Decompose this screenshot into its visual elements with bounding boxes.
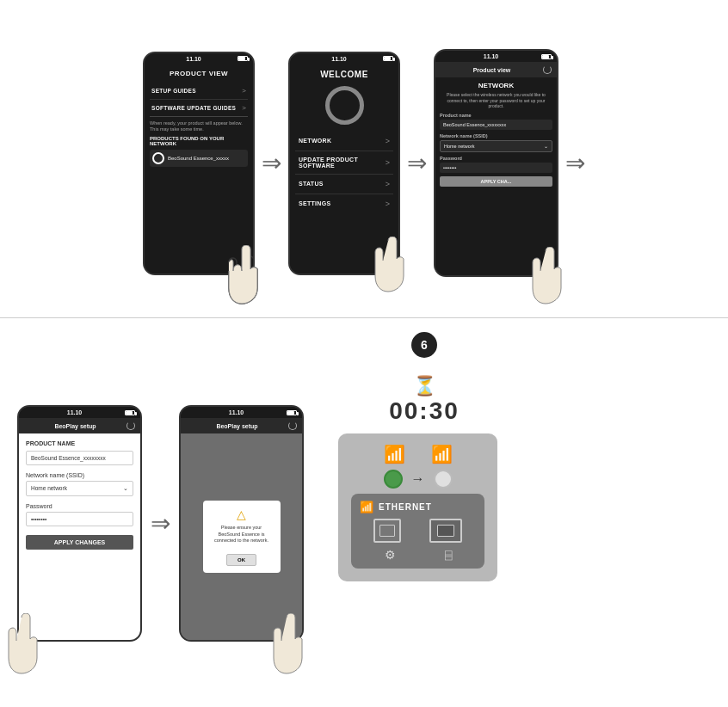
modal-ok-button[interactable]: OK: [226, 554, 256, 566]
screen1-menu-software[interactable]: SOFTWARE UPDATE GUIDES >: [150, 100, 248, 117]
hand-icon-3: [530, 247, 577, 307]
arrow-3: ⇒: [565, 149, 585, 177]
screen4-content: PRODUCT NAME BeoSound Essence_xxxxxxxx N…: [19, 433, 140, 640]
screen2-network-label: NETWORK: [299, 138, 331, 144]
screen1-product-name: BeoSound Essence_xxxxx: [168, 156, 229, 161]
status-bar-1: 11.10: [145, 53, 253, 65]
screen3-network-label: Network name (SSID): [440, 133, 552, 138]
inner-square-icon: [379, 525, 395, 537]
screen2-status-label: STATUS: [299, 181, 324, 187]
screen2-network-arrow: >: [386, 137, 390, 145]
status-bar-2: 11.10: [290, 53, 398, 65]
screen4-password-label: Password: [26, 503, 133, 509]
product-ring-icon: [325, 86, 364, 125]
ethernet-wifi-icon: 📶: [360, 501, 373, 513]
screen4-password-field[interactable]: ••••••••: [26, 512, 133, 526]
screen2-settings-label: SETTINGS: [299, 200, 330, 206]
screen3-product-label: Product name: [440, 113, 552, 118]
screen2-title: WELCOME: [295, 70, 393, 79]
modal-box: △ Please ensure your BeoSound Essence is…: [203, 501, 281, 573]
screen1-found-label: PRODUCTS FOUND ON YOUR NETWORK: [150, 136, 248, 146]
screen3-password-label: Password: [440, 156, 552, 161]
screen3-network-dropdown[interactable]: Home network ⌄: [440, 140, 552, 152]
arrow-1: ⇒: [262, 149, 281, 177]
screen4-header: BeoPlay setup: [19, 418, 140, 433]
battery-4: [125, 410, 135, 415]
time-3: 11.10: [484, 53, 499, 59]
screen1-phone: 11.10 PRODUCT VIEW SETUP GUIDES > SOFTWA…: [143, 52, 255, 275]
screen5-phone: 11.10 BeoPlay setup △ Please ensure your…: [179, 405, 304, 642]
screen4-product-name-label: PRODUCT NAME: [26, 440, 133, 446]
product-view-screen: 11.10 PRODUCT VIEW SETUP GUIDES > SOFTWA…: [143, 52, 255, 275]
battery-1: [238, 56, 248, 61]
hand-icon-1: [225, 245, 272, 305]
wifi-symbols-row: 📶 📶: [351, 444, 484, 464]
gear-icon: ⚙: [385, 548, 396, 562]
ethernet-label: ETHERNET: [379, 502, 432, 512]
battery-2: [383, 56, 393, 61]
connection-dots-row: →: [351, 470, 484, 489]
screen4-network-label: Network name (SSID): [26, 472, 133, 478]
screen3-header-title: Product view: [441, 67, 543, 73]
screen3-header: Product view: [435, 62, 557, 77]
screen3-desc: Please select the wireless network you w…: [440, 92, 552, 109]
step-number-badge: 6: [411, 332, 437, 358]
refresh-icon-4[interactable]: [126, 421, 135, 430]
wifi-icon-left: 📶: [384, 444, 405, 464]
time-5: 11.10: [229, 409, 244, 415]
screen2-network-item[interactable]: NETWORK >: [295, 132, 393, 151]
screen2-settings-arrow: >: [386, 200, 390, 208]
screen2-status-arrow: >: [386, 180, 390, 188]
screen4-phone: 11.10 BeoPlay setup PRODUCT NAME BeoSoun…: [17, 405, 142, 642]
product-circle-icon: [152, 152, 164, 164]
network-screen: 11.10 Product view NETWORK Please select…: [434, 49, 558, 277]
timer-display: ⏳ 00:30: [338, 375, 510, 425]
screen1-note: When ready, your product will appear bel…: [150, 120, 248, 132]
screen2-settings-item[interactable]: SETTINGS >: [295, 194, 393, 213]
wifi-icon-right: 📶: [431, 444, 453, 464]
screen2-update-item[interactable]: UPDATE PRODUCT SOFTWARE >: [295, 151, 393, 175]
refresh-icon-3[interactable]: [543, 65, 552, 74]
screen2-update-label: UPDATE PRODUCT SOFTWARE: [299, 157, 386, 169]
ethernet-header-row: 📶 ETHERNET: [360, 501, 476, 513]
green-dot-icon: [384, 470, 403, 489]
chevron-down-icon: ⌄: [544, 144, 548, 149]
modal-message: Please ensure your BeoSound Essence is c…: [210, 525, 274, 544]
bottom-icons-row: ⚙ ⌸: [360, 548, 476, 562]
white-dot-icon: [434, 470, 453, 489]
screen1-software-label: SOFTWARE UPDATE GUIDES: [151, 105, 236, 111]
screen5-content: △ Please ensure your BeoSound Essence is…: [181, 433, 302, 640]
status-bar-5: 11.10: [181, 407, 302, 418]
ethernet-card: 📶 ETHERNET ⚙ ⌸: [351, 494, 484, 569]
arrow-4: ⇒: [151, 509, 170, 538]
modal-overlay: △ Please ensure your BeoSound Essence is…: [181, 433, 302, 640]
ethernet-port-inner: [437, 525, 454, 537]
chevron-down-icon-4: ⌄: [123, 485, 128, 492]
screen4-network-dropdown[interactable]: Home network ⌄: [26, 481, 133, 496]
network-diagram: ⏳ 00:30 📶 📶 → 📶 ETHERNET: [338, 375, 510, 667]
arrow-right-icon: →: [411, 471, 425, 487]
time-2: 11.10: [331, 56, 347, 62]
display-square-icon: [373, 519, 401, 543]
network-tree-icon: ⌸: [445, 548, 452, 562]
screen1-setup-arrow: >: [242, 87, 246, 95]
screen1-menu-setup[interactable]: SETUP GUIDES >: [150, 83, 248, 100]
screen1-setup-label: SETUP GUIDES: [151, 88, 196, 94]
screen3-apply-button[interactable]: APPLY CHA...: [440, 176, 552, 187]
screen3-product-value: BeoSound Essence_xxxxxxxx: [440, 120, 552, 130]
screen2-update-arrow: >: [386, 158, 390, 167]
screen2-phone: 11.10 WELCOME NETWORK > UPDATE PRODUCT S…: [288, 52, 400, 275]
screen4-apply-button[interactable]: APPLY CHANGES: [26, 535, 133, 550]
hourglass-icon: ⏳: [338, 375, 510, 397]
screen3-password-field[interactable]: ••••••••: [440, 163, 552, 173]
screen2-status-item[interactable]: STATUS >: [295, 175, 393, 194]
screen1-software-arrow: >: [242, 104, 246, 112]
battery-3: [541, 54, 552, 59]
bottom-section: 6 11.10 BeoPlay setup PRODUCT NAME BeoSo…: [0, 318, 728, 707]
refresh-icon-5[interactable]: [288, 421, 297, 430]
ethernet-icons-row: [360, 519, 476, 543]
screen1-product-row[interactable]: BeoSound Essence_xxxxx: [150, 150, 248, 167]
time-4: 11.10: [67, 409, 83, 415]
screen4-product-name-value: BeoSound Essence_xxxxxxxx: [26, 451, 133, 465]
screen1-title: PRODUCT VIEW: [150, 70, 248, 77]
